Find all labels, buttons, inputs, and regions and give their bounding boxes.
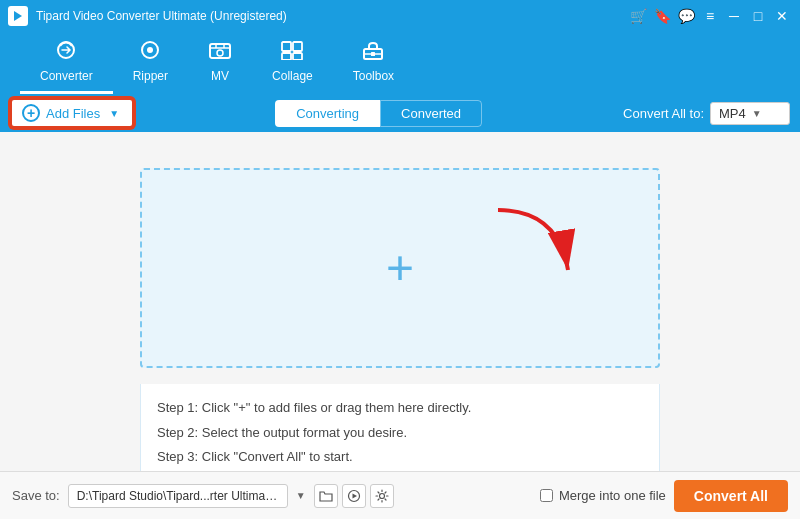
toolbox-icon — [361, 40, 385, 65]
titlebar: Tipard Video Converter Ultimate (Unregis… — [0, 0, 800, 32]
cart-icon[interactable]: 🛒 — [628, 6, 648, 26]
svg-marker-0 — [14, 11, 22, 21]
nav-ripper-label: Ripper — [133, 69, 168, 83]
statusbar-icon-group — [314, 484, 394, 508]
steps-area: Step 1: Click "+" to add files or drag t… — [140, 384, 660, 483]
chat-icon[interactable]: 💬 — [676, 6, 696, 26]
merge-checkbox[interactable] — [540, 489, 553, 502]
app-logo — [8, 6, 28, 26]
app-title: Tipard Video Converter Ultimate (Unregis… — [36, 9, 628, 23]
nav-item-toolbox[interactable]: Toolbox — [333, 32, 414, 94]
maximize-icon[interactable]: □ — [748, 6, 768, 26]
selected-format: MP4 — [719, 106, 746, 121]
red-arrow-icon — [478, 200, 598, 303]
window-controls: 🛒 🔖 💬 ≡ ─ □ ✕ — [628, 6, 792, 26]
svg-marker-15 — [352, 493, 357, 498]
drop-plus-icon: + — [386, 244, 414, 292]
merge-label: Merge into one file — [559, 488, 666, 503]
convert-all-to-group: Convert All to: MP4 ▼ — [623, 102, 790, 125]
svg-point-3 — [147, 47, 153, 53]
svg-point-5 — [217, 50, 223, 56]
toolbar: + Add Files ▼ Converting Converted Conve… — [0, 94, 800, 132]
navbar: Converter Ripper MV — [0, 32, 800, 94]
statusbar: Save to: D:\Tipard Studio\Tipard...rter … — [0, 471, 800, 519]
format-dropdown-arrow: ▼ — [752, 108, 762, 119]
add-files-dropdown-icon[interactable]: ▼ — [106, 105, 122, 121]
svg-rect-6 — [282, 42, 291, 51]
add-files-plus-icon: + — [22, 104, 40, 122]
format-select-dropdown[interactable]: MP4 ▼ — [710, 102, 790, 125]
app-window: Tipard Video Converter Ultimate (Unregis… — [0, 0, 800, 519]
nav-mv-label: MV — [211, 69, 229, 83]
convert-all-to-label: Convert All to: — [623, 106, 704, 121]
settings-icon[interactable] — [370, 484, 394, 508]
tab-group: Converting Converted — [142, 100, 615, 127]
nav-converter-label: Converter — [40, 69, 93, 83]
svg-rect-8 — [282, 53, 291, 60]
convert-all-button[interactable]: Convert All — [674, 480, 788, 512]
step-1: Step 1: Click "+" to add files or drag t… — [157, 396, 643, 421]
collage-icon — [280, 40, 304, 65]
close-icon[interactable]: ✕ — [772, 6, 792, 26]
svg-point-16 — [379, 493, 384, 498]
nav-item-mv[interactable]: MV — [188, 32, 252, 94]
save-path-input[interactable]: D:\Tipard Studio\Tipard...rter Ultimate\… — [68, 484, 288, 508]
converter-icon — [54, 40, 78, 65]
minimize-icon[interactable]: ─ — [724, 6, 744, 26]
ripper-icon — [138, 40, 162, 65]
drop-zone[interactable]: + — [140, 168, 660, 368]
nav-item-converter[interactable]: Converter — [20, 32, 113, 94]
svg-rect-7 — [293, 42, 302, 51]
step-2: Step 2: Select the output format you des… — [157, 421, 643, 446]
bookmark-icon[interactable]: 🔖 — [652, 6, 672, 26]
folder-open-icon[interactable] — [314, 484, 338, 508]
main-content: + Step 1: Click "+" to add files or drag — [0, 132, 800, 519]
play-icon[interactable] — [342, 484, 366, 508]
save-to-label: Save to: — [12, 488, 60, 503]
add-files-button[interactable]: + Add Files ▼ — [10, 98, 134, 128]
nav-toolbox-label: Toolbox — [353, 69, 394, 83]
tab-converting[interactable]: Converting — [275, 100, 380, 127]
merge-checkbox-group: Merge into one file — [540, 488, 666, 503]
nav-item-collage[interactable]: Collage — [252, 32, 333, 94]
svg-rect-9 — [293, 53, 302, 60]
nav-item-ripper[interactable]: Ripper — [113, 32, 188, 94]
svg-rect-12 — [371, 52, 375, 56]
mv-icon — [208, 40, 232, 65]
menu-icon[interactable]: ≡ — [700, 6, 720, 26]
nav-collage-label: Collage — [272, 69, 313, 83]
save-path-dropdown-arrow[interactable]: ▼ — [296, 490, 306, 501]
tab-converted[interactable]: Converted — [380, 100, 482, 127]
step-3: Step 3: Click "Convert All" to start. — [157, 445, 643, 470]
add-files-label: Add Files — [46, 106, 100, 121]
